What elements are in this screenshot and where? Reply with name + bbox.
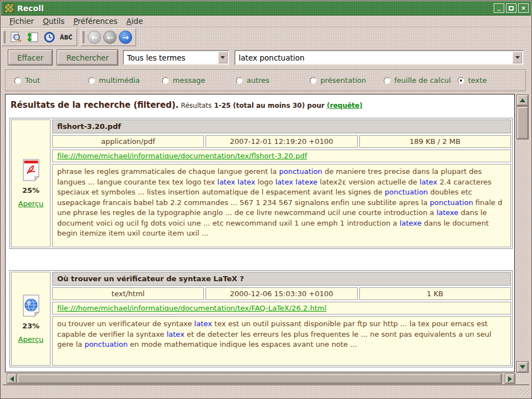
radio-icon <box>88 77 95 84</box>
chevron-down-icon[interactable] <box>218 52 228 63</box>
result-mime: application/pdf <box>52 135 204 148</box>
results-title: Résultats de la recherche (filtered). <box>11 100 179 110</box>
search-mode-select[interactable]: Tous les termes <box>123 50 229 65</box>
radio-icon <box>162 77 169 84</box>
result-item-1: 25% Aperçu flshort-3.20.pdf application/… <box>9 118 513 249</box>
radio-icon <box>458 77 464 84</box>
result-snippet: ou trouver un verificateur de syntaxe la… <box>52 316 511 366</box>
horizontal-scrollbar-thumb[interactable] <box>17 374 501 383</box>
scroll-down-icon[interactable] <box>517 362 528 372</box>
sort-update-icon[interactable] <box>26 30 40 44</box>
close-button[interactable]: × <box>518 3 529 13</box>
toolbar-group-nav: ← ← → <box>81 28 136 46</box>
result-meta-row: application/pdf 2007-12-01 12:19:20 +010… <box>52 135 511 148</box>
recoll-app-icon <box>4 3 14 13</box>
result-title[interactable]: Où trouver un vérificateur de syntaxe La… <box>52 272 511 286</box>
filter-radio-multimedia[interactable]: multimédia <box>88 76 162 84</box>
menu-outils[interactable]: Outils <box>39 16 68 27</box>
scroll-up-icon[interactable] <box>517 95 528 106</box>
menu-fichier[interactable]: Fichier <box>6 16 38 27</box>
preview-link[interactable]: Aperçu <box>18 335 44 343</box>
menu-preferences[interactable]: Préférences <box>69 16 121 27</box>
results-heading: Résultats de la recherche (filtered). Ré… <box>9 99 512 118</box>
result-item-2: 23% Aperçu Où trouver un vérificateur de… <box>9 270 513 367</box>
result-url-link[interactable]: file:///home/michael/informatique/docume… <box>57 152 307 160</box>
result-date: 2000-12-06 15:03:30 +0100 <box>205 287 357 300</box>
radio-icon <box>384 77 390 84</box>
preview-link[interactable]: Aperçu <box>18 200 44 208</box>
toolbar-handle[interactable] <box>3 31 6 43</box>
filter-radio-tout[interactable]: Tout <box>14 76 88 84</box>
radio-icon <box>236 77 243 84</box>
category-filter-panel: Tout multimédia message autres présentat… <box>5 69 526 91</box>
pdf-document-icon[interactable] <box>22 159 41 181</box>
clear-button[interactable]: Effacer <box>8 50 52 65</box>
maximize-button[interactable] <box>506 3 516 13</box>
horizontal-scrollbar[interactable] <box>7 374 515 383</box>
filter-radio-texte[interactable]: texte <box>458 76 487 84</box>
advanced-search-icon[interactable] <box>9 30 23 44</box>
history-clock-icon[interactable] <box>42 30 57 44</box>
scroll-left-icon[interactable] <box>7 374 17 383</box>
search-button[interactable]: Rechercher <box>57 50 117 65</box>
query-link[interactable]: (requête) <box>327 102 363 109</box>
term-explorer-icon[interactable]: ÂBĈ <box>59 30 73 44</box>
vertical-scrollbar[interactable] <box>517 95 528 372</box>
first-page-icon[interactable]: ← <box>88 31 101 44</box>
result-size: 1 KB <box>359 287 511 300</box>
filter-radio-feuille-de-calcul[interactable]: feuille de calcul <box>384 76 458 84</box>
previous-page-icon[interactable]: ← <box>103 31 117 44</box>
result-mime: text/html <box>52 287 204 300</box>
vertical-scrollbar-thumb[interactable] <box>517 107 528 139</box>
next-page-icon[interactable]: → <box>119 31 132 44</box>
result-snippet: phrase les regles grammaticales de chaqu… <box>52 164 511 247</box>
search-row: Effacer Rechercher Tous les termes latex… <box>8 50 524 66</box>
scroll-right-icon[interactable] <box>505 374 515 383</box>
html-document-icon[interactable] <box>22 295 41 317</box>
recoll-window: Recoll _ × Fichier Outils Préférences Ai… <box>0 0 532 399</box>
relevance-percent: 23% <box>22 322 39 330</box>
filter-radio-presentation[interactable]: présentation <box>310 76 384 84</box>
radio-icon <box>14 77 21 84</box>
menu-aide[interactable]: Aide <box>123 16 147 27</box>
result-size: 189 KB / 2 MB <box>359 135 511 148</box>
frame-divider <box>3 385 529 385</box>
result-side-cell: 23% Aperçu <box>11 272 51 366</box>
result-date: 2007-12-01 12:19:20 +0100 <box>205 135 357 148</box>
window-title: Recoll <box>17 4 44 13</box>
result-title[interactable]: flshort-3.20.pdf <box>52 119 511 133</box>
radio-icon <box>310 77 317 84</box>
menubar: Fichier Outils Préférences Aide <box>1 16 531 27</box>
filter-radio-message[interactable]: message <box>162 76 236 84</box>
chevron-down-icon[interactable] <box>513 52 522 63</box>
titlebar[interactable]: Recoll _ × <box>1 1 531 16</box>
results-list: Résultats de la recherche (filtered). Ré… <box>5 94 515 372</box>
result-url-link[interactable]: file:///home/michael/informatique/docume… <box>57 304 327 312</box>
resize-grip[interactable] <box>520 388 530 397</box>
toolbar-handle[interactable] <box>82 31 84 43</box>
result-side-cell: 25% Aperçu <box>11 119 51 247</box>
result-url-cell: file:///home/michael/informatique/docume… <box>52 149 511 162</box>
search-input[interactable]: latex ponctuation <box>234 50 524 65</box>
toolbar-group-main: ÂBĈ <box>2 28 77 46</box>
result-url-cell: file:///home/michael/informatique/docume… <box>52 302 511 315</box>
relevance-percent: 25% <box>22 186 39 194</box>
result-meta-row: text/html 2000-12-06 15:03:30 +0100 1 KB <box>52 287 511 300</box>
toolbar: ÂBĈ ← ← → <box>2 28 136 46</box>
filter-radio-autres[interactable]: autres <box>236 76 310 84</box>
maximize-icon <box>509 6 514 11</box>
minimize-button[interactable]: _ <box>494 3 504 13</box>
